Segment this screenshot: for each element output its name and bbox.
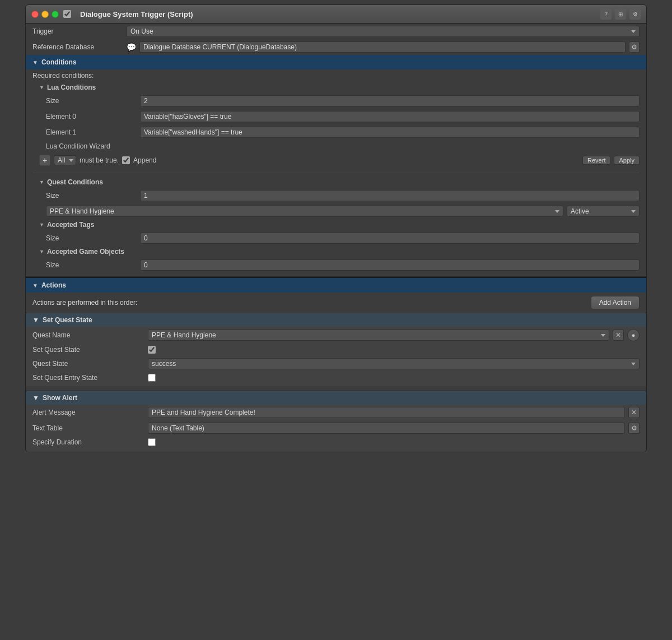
- lua-element0-input[interactable]: [140, 111, 640, 122]
- actions-title: Actions: [41, 281, 66, 289]
- main-window: Dialogue System Trigger (Script) ? ⊞ ⚙ T…: [25, 4, 647, 452]
- set-quest-triangle: ▼: [32, 316, 39, 324]
- tags-size-input[interactable]: [140, 233, 640, 244]
- show-alert-section: ▼ Show Alert Alert Message ✕ Text Table …: [26, 391, 646, 452]
- set-quest-entry-state-checkbox[interactable]: [148, 374, 156, 382]
- lua-element0-label: Element 0: [46, 113, 136, 120]
- reference-db-label: Reference Database: [32, 43, 122, 51]
- quest-state-select[interactable]: Active: [567, 206, 640, 217]
- required-conditions-label: Required conditions:: [26, 69, 646, 82]
- lua-size-input[interactable]: [140, 95, 640, 106]
- quest-size-input[interactable]: [140, 190, 640, 201]
- set-quest-state-action-label: Set Quest State: [32, 346, 144, 354]
- window-icons: ? ⊞ ⚙: [600, 8, 641, 20]
- lua-conditions-header: ▼ Lua Conditions: [26, 82, 646, 93]
- specify-duration-checkbox[interactable]: [148, 438, 156, 446]
- lua-wizard-label-row: Lua Condition Wizard: [26, 140, 646, 152]
- set-quest-state-title: Set Quest State: [43, 316, 92, 324]
- db-icon: 💬: [127, 43, 136, 52]
- conditions-triangle: ▼: [32, 59, 38, 66]
- accepted-tags-label: Accepted Tags: [47, 221, 94, 229]
- specify-duration-label: Specify Duration: [32, 438, 144, 446]
- show-alert-header: ▼ Show Alert: [26, 391, 646, 405]
- lua-wizard-label: Lua Condition Wizard: [32, 142, 110, 150]
- settings-icon[interactable]: ⚙: [629, 8, 641, 20]
- conditions-header: ▼ Conditions: [26, 55, 646, 69]
- conditions-title: Conditions: [41, 58, 77, 66]
- accepted-tags-size-row: Size: [26, 230, 646, 246]
- text-table-row: Text Table ⚙: [26, 420, 646, 436]
- trigger-label: Trigger: [32, 27, 122, 35]
- set-quest-entry-state-label: Set Quest Entry State: [32, 374, 144, 382]
- reference-db-row: Reference Database 💬 ⚙: [26, 39, 646, 55]
- quest-conditions-label: Quest Conditions: [47, 178, 103, 186]
- db-settings-icon[interactable]: ⚙: [629, 41, 640, 53]
- objects-triangle: ▼: [39, 249, 44, 254]
- quest-name-action-label: Quest Name: [32, 331, 144, 339]
- revert-button[interactable]: Revert: [582, 156, 610, 165]
- actions-order-text: Actions are performed in this order:: [32, 299, 137, 307]
- objects-size-label: Size: [46, 261, 136, 269]
- trigger-row: Trigger On Use: [26, 24, 646, 39]
- text-table-input[interactable]: [148, 423, 625, 434]
- specify-duration-row: Specify Duration: [26, 436, 646, 448]
- alert-message-clear-button[interactable]: ✕: [628, 407, 640, 418]
- show-alert-title: Show Alert: [43, 394, 77, 402]
- quest-name-row: Quest Name PPE & Hand Hygiene ✕ ●: [26, 327, 646, 344]
- alert-message-input[interactable]: [148, 407, 625, 418]
- accepted-game-objects-header: ▼ Accepted Game Objects: [26, 246, 646, 257]
- wizard-plus-button[interactable]: +: [39, 155, 50, 166]
- quest-size-row: Size: [26, 188, 646, 203]
- actions-top-row: Actions are performed in this order: Add…: [26, 293, 646, 313]
- wizard-append-label: Append: [133, 156, 156, 164]
- add-action-button[interactable]: Add Action: [591, 296, 640, 309]
- quest-state-action-label: Quest State: [32, 360, 144, 368]
- lua-triangle: ▼: [39, 85, 44, 90]
- tags-size-label: Size: [46, 234, 136, 242]
- trigger-select-wrapper: On Use: [127, 26, 640, 37]
- wizard-must-be-true: must be true.: [80, 156, 119, 164]
- text-table-label: Text Table: [32, 424, 144, 432]
- accepted-tags-header: ▼ Accepted Tags: [26, 219, 646, 230]
- title-bar: Dialogue System Trigger (Script) ? ⊞ ⚙: [26, 5, 646, 24]
- quest-name-target-button[interactable]: ●: [627, 329, 640, 341]
- set-quest-entry-state-row: Set Quest Entry State: [26, 372, 646, 384]
- quest-name-clear-button[interactable]: ✕: [613, 330, 624, 341]
- actions-triangle: ▼: [32, 282, 38, 289]
- text-table-settings-button[interactable]: ⚙: [628, 423, 640, 434]
- conditions-section: ▼ Conditions Required conditions: ▼ Lua …: [26, 55, 646, 277]
- accepted-game-objects-size-row: Size: [26, 257, 646, 273]
- set-quest-state-section: ▼ Set Quest State Quest Name PPE & Hand …: [26, 313, 646, 386]
- lua-size-row: Size: [26, 93, 646, 109]
- reference-db-input[interactable]: [139, 41, 626, 53]
- maximize-button[interactable]: [52, 11, 59, 18]
- quest-name-action-select[interactable]: PPE & Hand Hygiene: [148, 330, 609, 341]
- apply-button[interactable]: Apply: [614, 156, 640, 165]
- help-icon[interactable]: ?: [600, 8, 612, 20]
- close-button[interactable]: [31, 11, 39, 18]
- actions-header: ▼ Actions: [26, 278, 646, 293]
- alert-message-label: Alert Message: [32, 409, 144, 416]
- quest-condition-row: PPE & Hand Hygiene Active: [26, 203, 646, 219]
- lua-element1-row: Element 1: [26, 124, 646, 140]
- alert-message-row: Alert Message ✕: [26, 405, 646, 420]
- wizard-append-checkbox[interactable]: [122, 156, 130, 164]
- wizard-all-select[interactable]: All: [54, 155, 76, 165]
- body: Trigger On Use Reference Database 💬 ⚙ ▼ …: [26, 24, 646, 452]
- trigger-select[interactable]: On Use: [127, 26, 640, 37]
- quest-name-select[interactable]: PPE & Hand Hygiene: [46, 206, 563, 217]
- lua-element1-input[interactable]: [140, 127, 640, 138]
- lua-size-label: Size: [46, 97, 136, 105]
- quest-conditions-header: ▼ Quest Conditions: [26, 177, 646, 188]
- objects-size-input[interactable]: [140, 259, 640, 271]
- script-checkbox[interactable]: [63, 10, 71, 18]
- lua-element1-label: Element 1: [46, 128, 136, 136]
- show-alert-triangle: ▼: [32, 394, 39, 402]
- window-title: Dialogue System Trigger (Script): [80, 10, 193, 18]
- tags-triangle: ▼: [39, 222, 44, 228]
- actions-section: ▼ Actions Actions are performed in this …: [26, 277, 646, 452]
- set-quest-state-checkbox[interactable]: [148, 346, 156, 354]
- minimize-button[interactable]: [41, 11, 49, 18]
- quest-state-action-select[interactable]: success: [148, 358, 640, 369]
- layout-icon[interactable]: ⊞: [615, 8, 626, 20]
